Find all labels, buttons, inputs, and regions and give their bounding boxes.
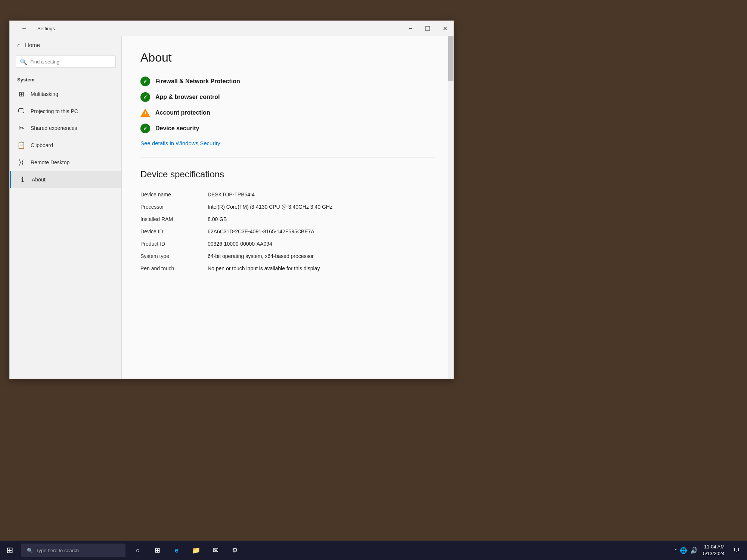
security-item-firewall: ✓ Firewall & Network Protection bbox=[140, 74, 435, 89]
home-icon: ⌂ bbox=[17, 42, 21, 48]
shared-experiences-icon: ✂ bbox=[17, 124, 25, 132]
spec-row-processor: Processor Intel(R) Core(TM) i3-4130 CPU … bbox=[140, 201, 435, 213]
firewall-status-icon: ✓ bbox=[140, 77, 150, 86]
volume-icon[interactable]: 🔊 bbox=[690, 547, 698, 554]
spec-row-ram: Installed RAM 8.00 GB bbox=[140, 213, 435, 225]
window-title: Settings bbox=[37, 26, 55, 31]
security-section: ✓ Firewall & Network Protection ✓ App & … bbox=[140, 74, 435, 146]
spec-value-system-type: 64-bit operating system, x64-based proce… bbox=[208, 253, 435, 259]
svg-text:!: ! bbox=[145, 111, 146, 116]
explorer-taskbar-icon[interactable]: 📁 bbox=[187, 541, 205, 560]
spec-label-system-type: System type bbox=[140, 253, 208, 259]
sidebar-item-clipboard[interactable]: 📋 Clipboard bbox=[10, 137, 121, 154]
network-icon[interactable]: 🌐 bbox=[680, 547, 687, 554]
scrollbar-thumb[interactable] bbox=[448, 36, 453, 81]
security-item-app-browser: ✓ App & browser control bbox=[140, 89, 435, 105]
clock-date: 5/13/2024 bbox=[703, 550, 725, 557]
spec-row-pen-touch: Pen and touch No pen or touch input is a… bbox=[140, 262, 435, 275]
app-browser-label: App & browser control bbox=[155, 94, 220, 100]
sidebar-label-projecting: Projecting to this PC bbox=[31, 108, 78, 114]
multitasking-icon: ⊞ bbox=[17, 90, 25, 98]
security-item-device-security: ✓ Device security bbox=[140, 121, 435, 136]
account-protection-label: Account protection bbox=[155, 109, 210, 116]
section-divider bbox=[140, 158, 435, 158]
device-specs-title: Device specifications bbox=[140, 169, 435, 180]
spec-value-pen-touch: No pen or touch input is available for t… bbox=[208, 265, 435, 271]
spec-row-system-type: System type 64-bit operating system, x64… bbox=[140, 250, 435, 262]
firewall-label: Firewall & Network Protection bbox=[155, 78, 240, 85]
taskbar-icons: ○ ⊞ e 📁 ✉ ⚙ bbox=[129, 541, 244, 560]
taskbar: ⊞ 🔍 Type here to search ○ ⊞ e 📁 ✉ ⚙ ^ 🌐 … bbox=[0, 541, 747, 560]
spec-value-ram: 8.00 GB bbox=[208, 216, 435, 222]
close-button[interactable]: ✕ bbox=[436, 21, 453, 36]
mail-taskbar-icon[interactable]: ✉ bbox=[207, 541, 224, 560]
taskbar-search-icon: 🔍 bbox=[27, 548, 33, 553]
clipboard-icon: 📋 bbox=[17, 141, 25, 149]
spec-row-product-id: Product ID 00326-10000-00000-AA094 bbox=[140, 238, 435, 250]
task-view-button[interactable]: ○ bbox=[129, 541, 146, 560]
spec-label-device-id: Device ID bbox=[140, 228, 208, 234]
spec-value-processor: Intel(R) Core(TM) i3-4130 CPU @ 3.40GHz … bbox=[208, 204, 435, 210]
spec-label-pen-touch: Pen and touch bbox=[140, 265, 208, 271]
sidebar-item-shared-experiences[interactable]: ✂ Shared experiences bbox=[10, 119, 121, 137]
remote-desktop-icon: ⟩⟨ bbox=[17, 158, 25, 167]
minimize-button[interactable]: – bbox=[402, 21, 419, 36]
spec-row-device-id: Device ID 62A6C31D-2C3E-4091-8165-142F59… bbox=[140, 225, 435, 238]
main-content: About ✓ Firewall & Network Protection ✓ … bbox=[122, 36, 453, 379]
clock-time: 11:04 AM bbox=[703, 544, 725, 550]
title-bar-left: ← Settings bbox=[16, 21, 55, 36]
taskbar-clock[interactable]: 11:04 AM 5/13/2024 bbox=[703, 544, 725, 557]
system-tray: ^ 🌐 🔊 bbox=[675, 547, 698, 554]
sidebar-item-remote-desktop[interactable]: ⟩⟨ Remote Desktop bbox=[10, 154, 121, 171]
chevron-icon[interactable]: ^ bbox=[675, 548, 677, 553]
back-button[interactable]: ← bbox=[16, 21, 33, 36]
app-browser-status-icon: ✓ bbox=[140, 92, 150, 102]
device-security-label: Device security bbox=[155, 125, 199, 132]
search-icon: 🔍 bbox=[20, 58, 27, 65]
notification-button[interactable]: 🗨 bbox=[730, 541, 743, 560]
about-icon: ℹ bbox=[18, 175, 27, 184]
sidebar-label-multitasking: Multitasking bbox=[31, 91, 58, 97]
sidebar-item-projecting[interactable]: 🖵 Projecting to this PC bbox=[10, 103, 121, 119]
search-box[interactable]: 🔍 bbox=[16, 56, 115, 68]
page-title: About bbox=[140, 51, 435, 65]
sidebar-label-shared: Shared experiences bbox=[31, 125, 77, 131]
settings-taskbar-icon[interactable]: ⚙ bbox=[226, 541, 244, 560]
taskbar-search-box[interactable]: 🔍 Type here to search bbox=[21, 544, 125, 557]
spec-row-device-name: Device name DESKTOP-TPB54I4 bbox=[140, 189, 435, 201]
sidebar-section-title: System bbox=[10, 74, 121, 85]
sidebar: ⌂ Home 🔍 System ⊞ Multitasking 🖵 Project… bbox=[10, 36, 122, 379]
window-body: ⌂ Home 🔍 System ⊞ Multitasking 🖵 Project… bbox=[10, 36, 453, 379]
spec-label-device-name: Device name bbox=[140, 192, 208, 197]
sidebar-label-about: About bbox=[32, 177, 46, 183]
sidebar-label-remote: Remote Desktop bbox=[31, 159, 69, 165]
spec-label-ram: Installed RAM bbox=[140, 216, 208, 222]
windows-security-link[interactable]: See details in Windows Security bbox=[140, 140, 435, 146]
device-specs-table: Device name DESKTOP-TPB54I4 Processor In… bbox=[140, 189, 435, 275]
start-button[interactable]: ⊞ bbox=[0, 541, 19, 560]
device-security-status-icon: ✓ bbox=[140, 124, 150, 133]
sidebar-item-about[interactable]: ℹ About bbox=[10, 171, 121, 188]
maximize-button[interactable]: ❐ bbox=[419, 21, 436, 36]
spec-value-device-name: DESKTOP-TPB54I4 bbox=[208, 192, 435, 197]
spec-label-product-id: Product ID bbox=[140, 241, 208, 247]
edge-taskbar-icon[interactable]: e bbox=[168, 541, 185, 560]
taskbar-right: ^ 🌐 🔊 11:04 AM 5/13/2024 🗨 bbox=[675, 541, 747, 560]
window-controls: – ❐ ✕ bbox=[402, 21, 453, 36]
sidebar-label-clipboard: Clipboard bbox=[31, 142, 53, 148]
scrollbar-track[interactable] bbox=[448, 36, 453, 379]
spec-label-processor: Processor bbox=[140, 204, 208, 210]
search-input[interactable] bbox=[30, 59, 111, 65]
account-protection-status-icon: ! bbox=[140, 108, 150, 118]
sidebar-item-home[interactable]: ⌂ Home bbox=[10, 36, 121, 54]
multitasking-taskbar-icon[interactable]: ⊞ bbox=[149, 541, 166, 560]
sidebar-item-multitasking[interactable]: ⊞ Multitasking bbox=[10, 85, 121, 103]
settings-window: ← Settings – ❐ ✕ ⌂ Home 🔍 System ⊞ Multi… bbox=[9, 21, 454, 379]
projecting-icon: 🖵 bbox=[17, 107, 25, 115]
title-bar: ← Settings – ❐ ✕ bbox=[10, 21, 453, 36]
home-label: Home bbox=[25, 42, 40, 48]
security-item-account-protection: ! Account protection bbox=[140, 105, 435, 121]
spec-value-device-id: 62A6C31D-2C3E-4091-8165-142F595CBE7A bbox=[208, 228, 435, 234]
spec-value-product-id: 00326-10000-00000-AA094 bbox=[208, 241, 435, 247]
taskbar-search-label: Type here to search bbox=[36, 548, 79, 553]
